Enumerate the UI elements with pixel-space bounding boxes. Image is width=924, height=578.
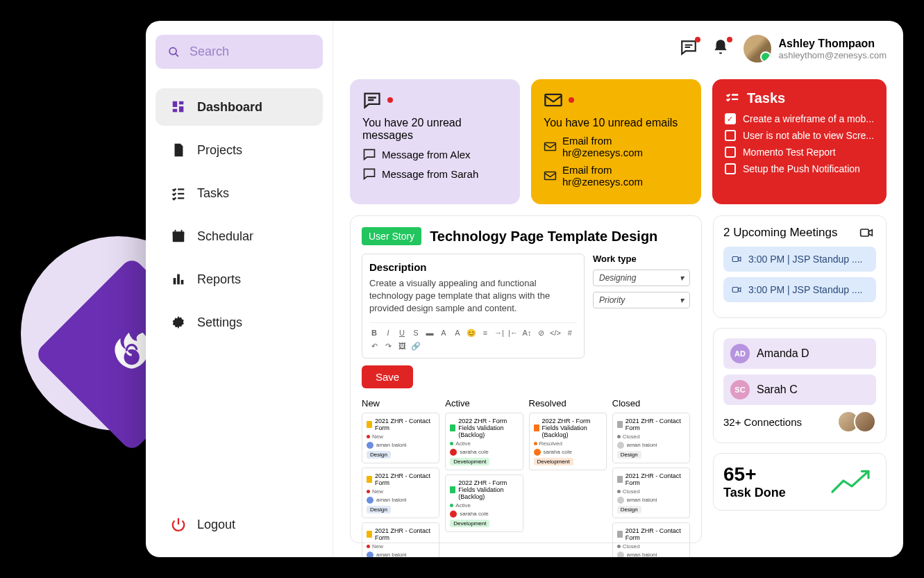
- code-button[interactable]: </>: [550, 329, 561, 338]
- meeting-item[interactable]: 3:00 PM | JSP Standup ....: [723, 277, 876, 302]
- nav-tasks[interactable]: Tasks: [156, 174, 323, 212]
- doc-icon: [534, 424, 539, 431]
- notifications-button[interactable]: [712, 38, 730, 59]
- user-story-panel: User Story Technology Page Template Desi…: [350, 215, 702, 543]
- envelope-icon: [544, 90, 563, 110]
- nav-logout[interactable]: Logout: [156, 506, 323, 543]
- search-input[interactable]: [190, 44, 310, 59]
- kanban-card[interactable]: 2021 ZHR - Contact Form New aman baloni …: [362, 413, 439, 463]
- connection-name: Sarah C: [757, 383, 798, 396]
- outdent-button[interactable]: |←: [508, 329, 518, 338]
- task-item[interactable]: Create a wireframe of a mob...: [725, 113, 874, 124]
- meeting-item[interactable]: 3:00 PM | JSP Standup ....: [723, 247, 876, 272]
- notification-dot-icon: [695, 37, 700, 42]
- kanban-card[interactable]: 2022 ZHR - Form Fields Validation (Backl…: [445, 413, 523, 470]
- nav-label: Reports: [197, 272, 241, 287]
- nav-projects[interactable]: Projects: [156, 131, 323, 169]
- description-editor[interactable]: Description Create a visually appealing …: [362, 254, 585, 358]
- nav-settings[interactable]: Settings: [156, 304, 323, 341]
- nav-schedular[interactable]: Schedular: [156, 217, 323, 255]
- nav-reports[interactable]: Reports: [156, 261, 323, 298]
- font-color-button[interactable]: A: [439, 329, 448, 338]
- kanban-card[interactable]: 2021 ZHR - Contact Form Closed aman balo…: [612, 522, 690, 557]
- message-item[interactable]: Message from Sarah: [362, 167, 507, 181]
- email-item[interactable]: Email from hr@zenesys.com: [544, 164, 689, 188]
- save-button[interactable]: Save: [362, 365, 413, 388]
- messages-card[interactable]: You have 20 unread messages Message from…: [350, 79, 520, 204]
- card-assignee: saraha cole: [460, 511, 488, 517]
- emails-card[interactable]: You have 10 unread emails Email from hr@…: [531, 79, 701, 204]
- messages-button[interactable]: [680, 38, 698, 59]
- chat-icon: [362, 167, 376, 181]
- italic-button[interactable]: I: [383, 329, 393, 338]
- hash-button[interactable]: #: [565, 329, 575, 338]
- nav-dashboard[interactable]: Dashboard: [156, 88, 323, 126]
- svg-rect-27: [861, 229, 869, 236]
- kanban-card[interactable]: 2022 ZHR - Form Fields Validation (Backl…: [445, 474, 523, 532]
- svg-rect-13: [174, 278, 176, 284]
- connection-avatars[interactable]: [843, 411, 876, 433]
- connection-name: Amanda D: [757, 347, 809, 360]
- bold-button[interactable]: B: [369, 329, 379, 338]
- nav-label: Settings: [197, 315, 242, 330]
- emoji-button[interactable]: 😊: [467, 329, 476, 338]
- chat-icon: [362, 90, 382, 110]
- nav-label: Tasks: [197, 186, 229, 201]
- done-count: 65+: [723, 463, 786, 486]
- card-assignee: aman baloni: [627, 442, 657, 448]
- card-title: 2021 ZHR - Contact Form: [625, 418, 685, 431]
- checkbox-icon[interactable]: [725, 147, 736, 158]
- notification-dot-icon: [900, 21, 903, 25]
- connection-item[interactable]: ADAmanda D: [723, 338, 876, 369]
- tasks-card[interactable]: Tasks Create a wireframe of a mob...User…: [712, 79, 887, 204]
- kanban-card[interactable]: 2021 ZHR - Contact Form Closed aman balo…: [612, 413, 690, 463]
- svg-rect-3: [179, 101, 183, 105]
- checkbox-icon[interactable]: [725, 163, 736, 174]
- clear-button[interactable]: ⊘: [536, 329, 546, 338]
- file-icon: [171, 142, 186, 158]
- user-avatar-icon: [450, 511, 457, 518]
- underline-button[interactable]: U: [397, 329, 407, 338]
- indent-button[interactable]: →|: [494, 329, 504, 338]
- nav-label: Dashboard: [197, 100, 262, 115]
- card-assignee: aman baloni: [627, 552, 657, 557]
- connection-item[interactable]: SCSarah C: [723, 374, 876, 405]
- strike-button[interactable]: S: [411, 329, 421, 338]
- checkbox-icon[interactable]: [725, 113, 736, 124]
- link-button[interactable]: 🔗: [411, 342, 421, 351]
- card-tag: Design: [617, 451, 641, 459]
- redo-button[interactable]: ↷: [383, 342, 393, 351]
- worktype-select[interactable]: Designing▾: [593, 270, 690, 286]
- kanban-card[interactable]: 2022 ZHR - Form Fields Validation (Backl…: [529, 413, 607, 470]
- kanban-card[interactable]: 2021 ZHR - Contact Form New aman baloni …: [362, 522, 439, 557]
- task-item[interactable]: Momento Test Report: [725, 147, 874, 158]
- kanban-col-resolved: Resolved 2022 ZHR - Form Fields Validati…: [529, 398, 607, 531]
- status-dot-icon: [367, 490, 370, 493]
- user-menu[interactable]: Ashley Thompaon ashleythom@zenesys.com: [744, 35, 887, 63]
- priority-select[interactable]: Priority▾: [593, 292, 690, 308]
- messages-headline: You have 20 unread messages: [362, 117, 507, 142]
- email-item[interactable]: Email from hr@zenesys.com: [544, 135, 689, 158]
- kanban-card[interactable]: 2021 ZHR - Contact Form Closed aman balo…: [612, 468, 690, 518]
- task-item[interactable]: Setup the Push Notification: [725, 163, 874, 174]
- search-box[interactable]: [156, 35, 323, 69]
- font-family-button[interactable]: A: [453, 329, 462, 338]
- tasks-title: Tasks: [747, 90, 785, 106]
- task-item[interactable]: User is not able to view Scre...: [725, 130, 874, 141]
- image-button[interactable]: 🖼: [397, 342, 407, 351]
- user-avatar-icon: [617, 497, 624, 504]
- font-size-button[interactable]: A↕: [522, 329, 532, 338]
- checkbox-icon[interactable]: [725, 130, 736, 141]
- align-button[interactable]: ≡: [480, 329, 490, 338]
- highlight-button[interactable]: ▬: [425, 329, 435, 338]
- rich-text-toolbar: B I U S ▬ A A 😊 ≡ →| |←: [369, 322, 577, 351]
- doc-icon: [450, 486, 455, 493]
- undo-button[interactable]: ↶: [369, 342, 379, 351]
- connections-card: ADAmanda DSCSarah C 32+ Connections: [713, 328, 887, 443]
- doc-icon: [367, 531, 372, 538]
- main-content: Ashley Thompaon ashleythom@zenesys.com Y…: [333, 21, 903, 557]
- kanban-card[interactable]: 2021 ZHR - Contact Form New aman baloni …: [362, 468, 439, 518]
- message-item[interactable]: Message from Alex: [362, 147, 507, 161]
- user-avatar-icon: [617, 442, 624, 449]
- video-icon[interactable]: [857, 226, 876, 240]
